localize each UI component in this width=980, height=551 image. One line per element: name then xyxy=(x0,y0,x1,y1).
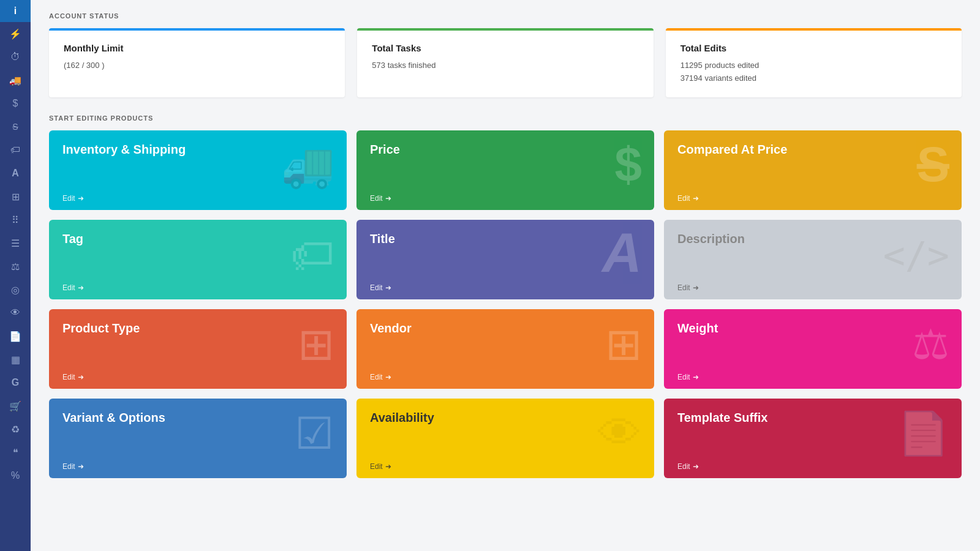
total-edits-title: Total Edits xyxy=(680,43,947,53)
template-suffix-edit[interactable]: Edit xyxy=(677,456,948,478)
weight-title: Weight xyxy=(677,321,948,335)
compared-at-price-edit[interactable]: Edit xyxy=(677,188,948,210)
title-card[interactable]: Title A Edit xyxy=(356,220,654,299)
sidebar-icon-cart[interactable]: 🛒 xyxy=(0,394,31,418)
weight-edit[interactable]: Edit xyxy=(677,367,948,389)
main-content: ACCOUNT STATUS Monthly Limit (162 / 300 … xyxy=(31,0,980,551)
inventory-shipping-edit[interactable]: Edit xyxy=(62,188,333,210)
price-title: Price xyxy=(370,143,641,157)
total-edits-card: Total Edits 11295 products edited 37194 … xyxy=(666,28,962,97)
monthly-limit-value: (162 / 300 ) xyxy=(64,59,330,72)
tag-edit[interactable]: Edit xyxy=(62,277,333,299)
title-icon: A xyxy=(602,222,642,285)
products-section-title: START EDITING PRODUCTS xyxy=(49,114,962,122)
products-grid: Inventory & Shipping 🚚 Edit Price $ Edit… xyxy=(49,130,962,478)
description-edit[interactable]: Edit xyxy=(677,277,948,299)
product-type-title: Product Type xyxy=(62,321,333,335)
total-tasks-title: Total Tasks xyxy=(372,43,638,53)
compared-at-price-card[interactable]: Compared At Price S Edit xyxy=(664,130,962,210)
availability-card[interactable]: Availability 👁 Edit xyxy=(356,399,654,478)
sidebar-icon-tag[interactable]: 🏷 xyxy=(0,138,31,162)
template-suffix-title: Template Suffix xyxy=(677,411,948,425)
price-card[interactable]: Price $ Edit xyxy=(356,130,654,210)
sidebar-icon-cycle[interactable]: ♻ xyxy=(0,418,31,441)
availability-title: Availability xyxy=(370,411,641,425)
title-card-title: Title xyxy=(370,232,641,246)
sidebar-icon-g[interactable]: G xyxy=(0,371,31,394)
stats-row: Monthly Limit (162 / 300 ) Total Tasks 5… xyxy=(49,28,962,97)
sidebar-icon-lightning[interactable]: ⚡ xyxy=(0,22,31,45)
sidebar-icon-strikethrough[interactable]: S xyxy=(0,115,31,138)
price-edit[interactable]: Edit xyxy=(370,188,641,210)
product-type-card[interactable]: Product Type ⊞ Edit xyxy=(49,309,347,389)
inventory-shipping-card[interactable]: Inventory & Shipping 🚚 Edit xyxy=(49,130,347,210)
sidebar-icon-quote[interactable]: ❝ xyxy=(0,441,31,464)
availability-edit[interactable]: Edit xyxy=(370,456,641,478)
weight-card[interactable]: Weight ⚖ Edit xyxy=(664,309,962,389)
sidebar-icon-list[interactable]: ☰ xyxy=(0,231,31,255)
sidebar-top-icon[interactable]: i xyxy=(0,0,31,22)
compared-at-price-title: Compared At Price xyxy=(677,143,948,157)
title-edit[interactable]: Edit xyxy=(370,277,641,299)
sidebar-icon-text[interactable]: A xyxy=(0,162,31,185)
sidebar-icon-truck[interactable]: 🚚 xyxy=(0,69,31,92)
total-edits-line2: 37194 variants edited xyxy=(680,72,947,85)
sidebar-icon-bars[interactable]: ▦ xyxy=(0,348,31,371)
variant-options-card[interactable]: Variant & Options ☑ Edit xyxy=(49,399,347,478)
sidebar-icon-clock[interactable]: ⏱ xyxy=(0,45,31,69)
inventory-shipping-title: Inventory & Shipping xyxy=(62,143,333,157)
sidebar-icon-eye[interactable]: 👁 xyxy=(0,301,31,324)
total-tasks-value: 573 tasks finished xyxy=(372,59,638,72)
vendor-title: Vendor xyxy=(370,321,641,335)
tag-title: Tag xyxy=(62,232,333,246)
total-tasks-card: Total Tasks 573 tasks finished xyxy=(357,28,653,97)
sidebar-icon-percent[interactable]: % xyxy=(0,464,31,487)
description-title: Description xyxy=(677,232,948,246)
description-card[interactable]: Description </> Edit xyxy=(664,220,962,299)
vendor-edit[interactable]: Edit xyxy=(370,367,641,389)
template-suffix-card[interactable]: Template Suffix 📄 Edit xyxy=(664,399,962,478)
sidebar-icon-table[interactable]: ⊞ xyxy=(0,185,31,208)
account-status-title: ACCOUNT STATUS xyxy=(49,12,962,20)
vendor-card[interactable]: Vendor ⊞ Edit xyxy=(356,309,654,389)
sidebar-icon-scale[interactable]: ⚖ xyxy=(0,255,31,278)
sidebar-icon-dollar[interactable]: $ xyxy=(0,92,31,115)
tag-card[interactable]: Tag 🏷 Edit xyxy=(49,220,347,299)
monthly-limit-title: Monthly Limit xyxy=(64,43,330,53)
monthly-limit-card: Monthly Limit (162 / 300 ) xyxy=(49,28,345,97)
sidebar: i ⚡ ⏱ 🚚 $ S 🏷 A ⊞ ⠿ ☰ ⚖ ◎ 👁 📄 ▦ G 🛒 ♻ ❝ … xyxy=(0,0,31,551)
variant-options-edit[interactable]: Edit xyxy=(62,456,333,478)
sidebar-icon-doc[interactable]: 📄 xyxy=(0,324,31,348)
variant-options-title: Variant & Options xyxy=(62,411,333,425)
sidebar-icon-grid[interactable]: ⠿ xyxy=(0,208,31,231)
total-edits-line1: 11295 products edited xyxy=(680,59,947,72)
sidebar-icon-badge[interactable]: ◎ xyxy=(0,278,31,301)
product-type-edit[interactable]: Edit xyxy=(62,367,333,389)
